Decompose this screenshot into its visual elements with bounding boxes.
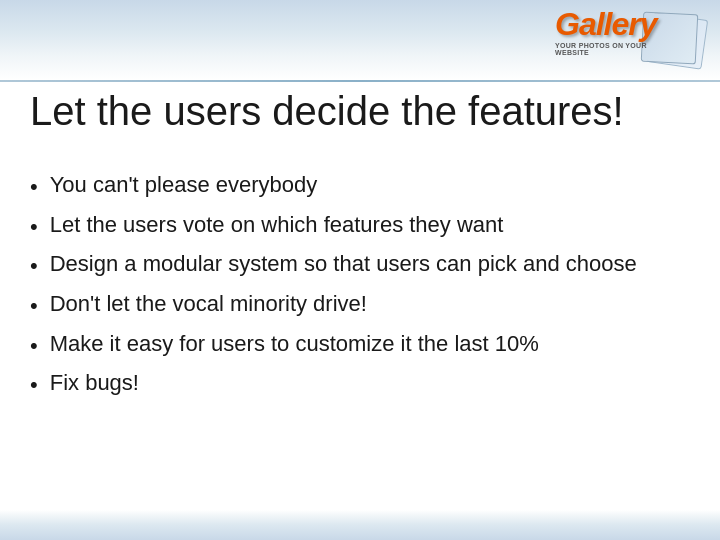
bullet-text: Make it easy for users to customize it t… (50, 329, 690, 359)
bullet-text: Fix bugs! (50, 368, 690, 398)
bullet-icon: • (30, 291, 38, 321)
list-item: • Don't let the vocal minority drive! (30, 289, 690, 321)
bullet-icon: • (30, 331, 38, 361)
logo-container: Gallery YOUR PHOTOS ON YOUR WEBSITE (555, 8, 705, 73)
bullet-text: Design a modular system so that users ca… (50, 249, 690, 279)
gallery-logo: Gallery YOUR PHOTOS ON YOUR WEBSITE (555, 8, 660, 63)
list-item: • Design a modular system so that users … (30, 249, 690, 281)
slide-title: Let the users decide the features! (30, 88, 690, 134)
list-item: • Make it easy for users to customize it… (30, 329, 690, 361)
bullet-text: Let the users vote on which features the… (50, 210, 690, 240)
gallery-main-text: Gallery (555, 8, 657, 40)
logo-area: Gallery YOUR PHOTOS ON YOUR WEBSITE (550, 5, 710, 75)
gallery-sub-text: YOUR PHOTOS ON YOUR WEBSITE (555, 42, 660, 56)
bullet-icon: • (30, 251, 38, 281)
bullet-list: • You can't please everybody • Let the u… (30, 170, 690, 400)
divider-line (0, 80, 720, 82)
slide: Gallery YOUR PHOTOS ON YOUR WEBSITE Let … (0, 0, 720, 540)
bottom-bar (0, 510, 720, 540)
bullet-icon: • (30, 212, 38, 242)
list-item: • Fix bugs! (30, 368, 690, 400)
bullet-icon: • (30, 172, 38, 202)
content-area: • You can't please everybody • Let the u… (30, 170, 690, 500)
bullet-icon: • (30, 370, 38, 400)
bullet-text: You can't please everybody (50, 170, 690, 200)
bullet-text: Don't let the vocal minority drive! (50, 289, 690, 319)
list-item: • Let the users vote on which features t… (30, 210, 690, 242)
list-item: • You can't please everybody (30, 170, 690, 202)
